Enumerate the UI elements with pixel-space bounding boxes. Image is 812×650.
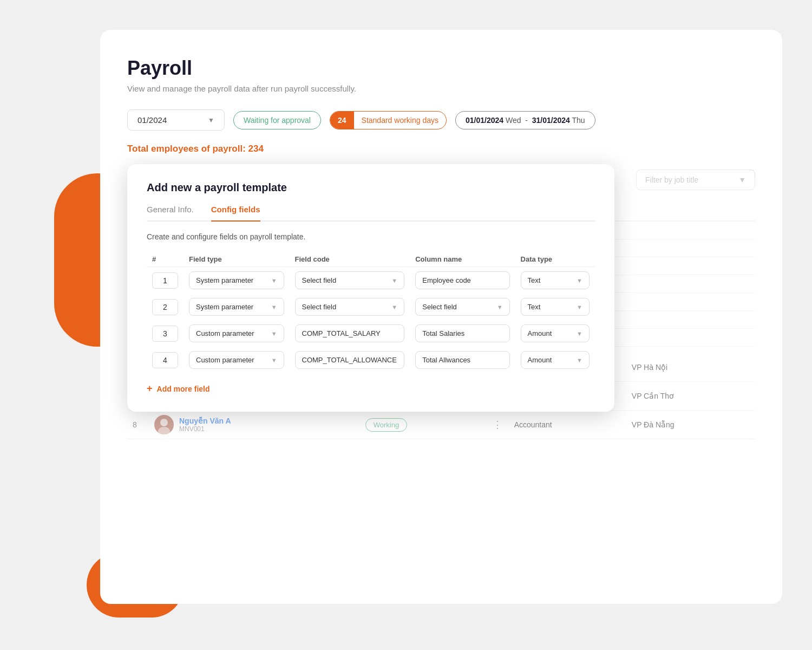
chevron-down-icon: ▼ [391, 304, 397, 310]
field-code-value: Select field [302, 303, 337, 311]
col-header-field-type: Field type [184, 252, 290, 267]
data-type-value: Text [528, 276, 541, 284]
field-code-cell: Select field ▼ [290, 294, 410, 320]
config-table-row: 2 System parameter ▼ Select field ▼ Sele… [147, 294, 595, 320]
modal-title: Add new a payroll template [147, 181, 595, 194]
row-num-cell: 3 [147, 320, 184, 347]
column-name-cell [410, 267, 515, 294]
header-row: 01/2024 ▼ Waiting for approval 24 Standa… [127, 109, 755, 131]
field-code-value: Select field [302, 276, 337, 284]
total-employees: Total employees of payroll: 234 [127, 144, 755, 154]
data-type-select[interactable]: Text ▼ [521, 271, 590, 289]
config-table: # Field type Field code Column name Data… [147, 252, 595, 373]
chevron-down-icon: ▼ [208, 116, 214, 124]
working-days-label: Standard working days [354, 112, 446, 129]
field-code-select[interactable]: Select field ▼ [295, 298, 405, 316]
total-employees-count: 234 [248, 144, 264, 154]
field-type-select[interactable]: System parameter ▼ [189, 298, 284, 316]
data-type-select[interactable]: Amount ▼ [521, 324, 590, 342]
chevron-down-icon: ▼ [271, 304, 277, 310]
field-type-cell: Custom parameter ▼ [184, 347, 290, 373]
row-number: 2 [152, 299, 178, 315]
field-type-cell: System parameter ▼ [184, 267, 290, 294]
page-title: Payroll [127, 57, 755, 80]
data-type-value: Text [528, 303, 541, 311]
col-header-hash: # [147, 252, 184, 267]
page-subtitle: View and manage the payroll data after r… [127, 84, 755, 93]
chevron-down-icon: ▼ [497, 304, 503, 310]
working-days-badge: 24 Standard working days [330, 111, 447, 129]
month-value: 01/2024 [137, 115, 167, 125]
chevron-down-icon: ▼ [391, 277, 397, 284]
config-table-row: 4 Custom parameter ▼ Amount ▼ [147, 347, 595, 373]
config-table-row: 1 System parameter ▼ Select field ▼ Text… [147, 267, 595, 294]
row-num-cell: 1 [147, 267, 184, 294]
field-type-value: System parameter [196, 276, 253, 284]
chevron-down-icon: ▼ [577, 330, 582, 337]
data-type-value: Amount [528, 329, 552, 337]
data-type-cell: Text ▼ [515, 294, 595, 320]
row-number: 4 [152, 352, 178, 368]
add-more-field-button[interactable]: + Add more field [147, 383, 210, 394]
add-field-label: Add more field [157, 385, 210, 393]
column-name-input[interactable] [415, 271, 509, 289]
row-num-cell: 2 [147, 294, 184, 320]
config-table-row: 3 Custom parameter ▼ Amount ▼ [147, 320, 595, 347]
plus-icon: + [147, 383, 153, 394]
col-header-field-code: Field code [290, 252, 410, 267]
column-name-input[interactable] [415, 351, 509, 369]
column-name-cell: Select field ▼ [410, 294, 515, 320]
date-range-badge: 01/01/2024 Wed - 31/01/2024 Thu [455, 111, 595, 129]
chevron-down-icon: ▼ [577, 357, 582, 363]
main-card: Payroll View and manage the payroll data… [100, 30, 782, 604]
field-code-cell [290, 320, 410, 347]
row-number: 1 [152, 272, 178, 289]
field-code-input[interactable] [295, 351, 405, 369]
field-type-cell: Custom parameter ▼ [184, 320, 290, 347]
column-name-value: Select field [422, 303, 457, 311]
tab-general-info[interactable]: General Info. [147, 205, 194, 222]
data-type-cell: Amount ▼ [515, 320, 595, 347]
chevron-down-icon: ▼ [577, 277, 582, 284]
column-name-cell [410, 320, 515, 347]
data-type-cell: Amount ▼ [515, 347, 595, 373]
col-header-column-name: Column name [410, 252, 515, 267]
data-type-value: Amount [528, 356, 552, 364]
modal-card: Add new a payroll template General Info.… [127, 164, 614, 412]
chevron-down-icon: ▼ [271, 277, 277, 284]
column-name-cell [410, 347, 515, 373]
status-badge-waiting: Waiting for approval [233, 111, 321, 129]
modal-tabs: General Info. Config fields [147, 205, 595, 222]
data-type-select[interactable]: Amount ▼ [521, 351, 590, 369]
field-type-cell: System parameter ▼ [184, 294, 290, 320]
field-type-select[interactable]: System parameter ▼ [189, 271, 284, 289]
month-select[interactable]: 01/2024 ▼ [127, 109, 225, 131]
field-code-cell: Select field ▼ [290, 267, 410, 294]
field-type-select[interactable]: Custom parameter ▼ [189, 324, 284, 342]
chevron-down-icon: ▼ [271, 330, 277, 337]
row-number: 3 [152, 326, 178, 342]
field-code-select[interactable]: Select field ▼ [295, 271, 405, 289]
field-type-value: System parameter [196, 303, 253, 311]
col-header-data-type: Data type [515, 252, 595, 267]
column-name-input[interactable] [415, 324, 509, 342]
data-type-select[interactable]: Text ▼ [521, 298, 590, 316]
chevron-down-icon: ▼ [577, 304, 582, 310]
working-days-number: 24 [330, 112, 354, 129]
field-code-cell [290, 347, 410, 373]
chevron-down-icon: ▼ [271, 357, 277, 363]
data-type-cell: Text ▼ [515, 267, 595, 294]
field-type-value: Custom parameter [196, 329, 254, 337]
column-name-select[interactable]: Select field ▼ [415, 298, 509, 316]
field-type-value: Custom parameter [196, 356, 254, 364]
tab-config-fields[interactable]: Config fields [211, 205, 260, 222]
content-area: Add new a payroll template General Info.… [127, 170, 755, 439]
field-type-select[interactable]: Custom parameter ▼ [189, 351, 284, 369]
field-code-input[interactable] [295, 324, 405, 342]
row-num-cell: 4 [147, 347, 184, 373]
modal-description: Create and configure fields on payroll t… [147, 232, 595, 241]
